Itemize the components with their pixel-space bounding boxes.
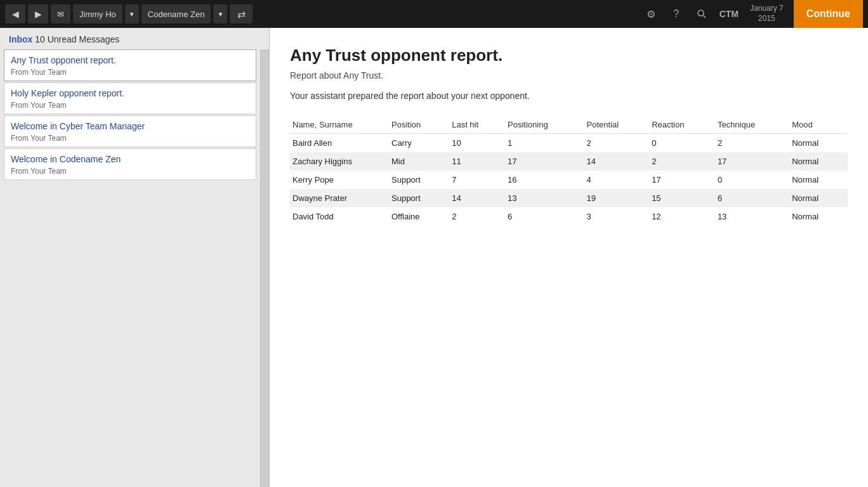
mail-icon-area: ✉ [51,4,70,23]
table-cell: 4 [587,171,652,189]
message-title: Any Trust opponent report. [11,55,249,65]
table-cell: 3 [587,207,652,226]
table-cell: Kerry Pope [290,171,391,189]
mail-icon: ✉ [57,10,64,19]
search-button[interactable] [690,4,713,23]
table-cell: 14 [587,152,652,171]
message-title: Welcome in Cyber Team Manager [11,121,249,131]
table-cell: 14 [452,189,508,207]
table-cell: 0 [718,171,792,189]
table-cell: 17 [508,152,587,171]
message-item[interactable]: Welcome in Codename Zen From Your Team [4,148,256,180]
table-column-header: Potential [587,116,652,134]
settings-button[interactable]: ⚙ [640,4,662,23]
svg-point-0 [698,10,704,16]
table-cell: 15 [652,189,718,207]
table-cell: Normal [792,134,848,153]
table-cell: 13 [718,207,792,226]
table-row: Dwayne PraterSupport141319156Normal [290,189,848,207]
table-cell: 19 [587,189,652,207]
table-cell: 17 [652,171,718,189]
table-column-header: Position [391,116,452,134]
table-cell: Carry [391,134,452,153]
report-title: Any Trust opponent report. [290,46,848,65]
team-dropdown[interactable]: ▼ [213,4,227,23]
table-cell: David Todd [290,207,391,226]
table-cell: 0 [652,134,718,153]
message-from: From Your Team [11,134,249,143]
table-row: Kerry PopeSupport7164170Normal [290,171,848,189]
help-button[interactable]: ? [665,4,688,23]
table-cell: Offlaine [391,207,452,226]
report-about: Report about Any Trust. [290,70,848,81]
table-cell: Support [391,171,452,189]
inbox-label: Inbox [9,34,32,44]
message-item[interactable]: Holy Kepler opponent report. From Your T… [4,82,256,114]
table-column-header: Name, Surname [290,116,391,134]
message-title: Welcome in Codename Zen [11,154,249,164]
inbox-header: Inbox 10 Unread Messages [0,28,269,49]
table-cell: Normal [792,171,848,189]
table-column-header: Reaction [652,116,718,134]
date-display: January 7 2015 [745,4,789,23]
table-cell: Dwayne Prater [290,189,391,207]
table-cell: Normal [792,207,848,226]
message-from: From Your Team [11,167,249,176]
svg-line-1 [703,16,706,18]
table-cell: 2 [652,152,718,171]
swap-button[interactable]: ⇄ [230,4,253,23]
message-title: Holy Kepler opponent report. [11,88,249,98]
table-cell: Support [391,189,452,207]
table-cell: Normal [792,152,848,171]
message-list: Any Trust opponent report. From Your Tea… [0,49,260,487]
message-item[interactable]: Welcome in Cyber Team Manager From Your … [4,115,256,147]
table-cell: Baird Allen [290,134,391,153]
player-name-label: Jimmy Ho [73,4,122,23]
content-area: Any Trust opponent report. Report about … [270,28,868,487]
table-cell: 17 [718,152,792,171]
player-dropdown[interactable]: ▼ [125,4,139,23]
table-cell: 12 [652,207,718,226]
sidebar: Inbox 10 Unread Messages Any Trust oppon… [0,28,270,487]
message-from: From Your Team [11,101,249,110]
table-cell: 7 [452,171,508,189]
table-cell: 16 [508,171,587,189]
unread-text: 10 Unread Messages [35,34,119,44]
table-cell: 10 [452,134,508,153]
table-cell: 1 [508,134,587,153]
back-button[interactable]: ◀ [5,4,25,23]
table-cell: Zachary Higgins [290,152,391,171]
table-header-row: Name, SurnamePositionLast hitPositioning… [290,116,848,134]
forward-button[interactable]: ▶ [28,4,48,23]
table-column-header: Mood [792,116,848,134]
table-cell: 6 [718,189,792,207]
table-cell: 2 [587,134,652,153]
table-cell: Normal [792,189,848,207]
table-cell: Mid [391,152,452,171]
table-cell: 2 [452,207,508,226]
table-cell: 6 [508,207,587,226]
report-description: Your assistant prepared the report about… [290,91,848,101]
table-row: David ToddOfflaine2631213Normal [290,207,848,226]
table-column-header: Last hit [452,116,508,134]
message-item[interactable]: Any Trust opponent report. From Your Tea… [4,49,256,81]
table-body: Baird AllenCarry101202NormalZachary Higg… [290,134,848,226]
main-area: Inbox 10 Unread Messages Any Trust oppon… [0,28,868,487]
table-row: Baird AllenCarry101202Normal [290,134,848,153]
message-from: From Your Team [11,68,249,77]
table-cell: 2 [718,134,792,153]
table-cell: 13 [508,189,587,207]
table-cell: 11 [452,152,508,171]
table-header: Name, SurnamePositionLast hitPositioning… [290,116,848,134]
scrollbar[interactable] [260,49,269,487]
table-column-header: Positioning [508,116,587,134]
continue-button[interactable]: Continue [794,0,863,28]
topbar: ◀ ▶ ✉ Jimmy Ho ▼ Codename Zen ▼ ⇄ ⚙ ? CT… [0,0,868,28]
table-column-header: Technique [718,116,792,134]
report-table: Name, SurnamePositionLast hitPositioning… [290,116,848,226]
table-row: Zachary HigginsMid111714217Normal [290,152,848,171]
team-name-label: Codename Zen [141,4,211,23]
ctm-label: CTM [716,9,742,19]
